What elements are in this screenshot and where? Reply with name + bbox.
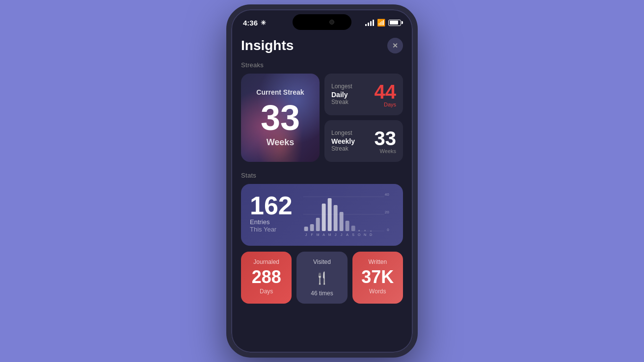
current-streak-number: 33 xyxy=(261,100,300,135)
svg-text:A: A xyxy=(346,233,349,236)
longest-daily-sub: Streak xyxy=(331,99,352,105)
svg-text:0: 0 xyxy=(387,228,389,232)
svg-rect-9 xyxy=(322,204,325,231)
signal-bars-icon xyxy=(365,19,374,26)
svg-point-17 xyxy=(370,231,372,232)
longest-daily-number: 44 xyxy=(375,82,397,102)
longest-daily-number-wrap: 44 Days xyxy=(375,82,397,107)
svg-text:40: 40 xyxy=(384,193,389,197)
svg-rect-14 xyxy=(351,226,355,231)
entries-number: 162 xyxy=(250,193,293,218)
entries-left: 162 Entries This Year xyxy=(250,193,293,233)
stats-section-label: Stats xyxy=(241,172,403,179)
content-area[interactable]: Insights ✕ Streaks Current Streak 33 Wee… xyxy=(231,34,413,353)
wifi-icon: 📶 xyxy=(377,19,385,26)
time-display: 4:36 xyxy=(243,19,258,27)
longest-daily-bold: Daily xyxy=(331,91,352,99)
signal-bar-4 xyxy=(373,20,374,26)
longest-weekly-card: Longest Weekly Streak 33 Weeks xyxy=(324,120,403,162)
journaled-label: Journaled xyxy=(253,259,279,265)
svg-text:F: F xyxy=(311,233,313,236)
svg-rect-11 xyxy=(333,205,337,231)
svg-text:J: J xyxy=(341,233,343,236)
svg-rect-8 xyxy=(316,218,320,231)
current-streak-card: Current Streak 33 Weeks xyxy=(241,74,320,162)
longest-weekly-type: Longest xyxy=(331,129,355,136)
entries-chart: 40 20 0 xyxy=(300,193,394,237)
longest-weekly-unit: Weeks xyxy=(380,148,396,154)
battery-fill xyxy=(390,21,399,25)
journaled-unit: Days xyxy=(260,288,273,295)
visited-label: Visited xyxy=(313,259,331,265)
svg-text:J: J xyxy=(335,233,337,236)
svg-text:D: D xyxy=(370,233,372,236)
longest-daily-unit: Days xyxy=(384,102,396,107)
svg-point-15 xyxy=(358,230,360,232)
entries-sublabel: This Year xyxy=(250,226,293,233)
longest-daily-type: Longest xyxy=(331,83,352,90)
fork-icon: 🍴 xyxy=(315,271,329,285)
svg-text:20: 20 xyxy=(384,210,389,214)
signal-bar-3 xyxy=(370,21,372,26)
entries-card: 162 Entries This Year 40 20 0 xyxy=(241,184,403,246)
longest-weekly-number-wrap: 33 Weeks xyxy=(375,129,397,154)
svg-rect-13 xyxy=(345,221,349,231)
asterisk-icon: ✳ xyxy=(261,19,266,26)
current-streak-label: Current Streak xyxy=(256,88,304,96)
written-card: Written 37K Words xyxy=(352,252,403,304)
written-number: 37K xyxy=(361,268,394,286)
visited-unit: 46 times xyxy=(311,290,333,297)
svg-rect-7 xyxy=(310,224,314,231)
streaks-grid: Current Streak 33 Weeks Longest Daily St… xyxy=(241,74,403,162)
longest-weekly-number: 33 xyxy=(375,129,397,148)
journaled-card: Journaled 288 Days xyxy=(241,252,292,304)
streaks-section-label: Streaks xyxy=(241,61,403,69)
longest-daily-info: Longest Daily Streak xyxy=(331,83,352,106)
svg-text:M: M xyxy=(316,233,319,236)
status-time: 4:36 ✳ xyxy=(243,19,266,27)
bottom-cards: Journaled 288 Days Visited 🍴 46 times Wr… xyxy=(241,252,403,304)
status-icons: 📶 xyxy=(365,19,401,26)
svg-text:S: S xyxy=(352,233,354,236)
visited-card: Visited 🍴 46 times xyxy=(296,252,347,304)
stats-section: Stats 162 Entries This Year 40 20 0 xyxy=(241,172,403,246)
longest-weekly-info: Longest Weekly Streak xyxy=(331,129,355,153)
longest-daily-card: Longest Daily Streak 44 Days xyxy=(324,74,403,115)
svg-rect-12 xyxy=(339,212,343,231)
svg-text:A: A xyxy=(322,233,325,236)
svg-text:J: J xyxy=(305,233,307,236)
svg-text:O: O xyxy=(358,233,361,236)
close-button[interactable]: ✕ xyxy=(387,38,403,53)
battery-icon xyxy=(388,20,401,26)
camera-dot xyxy=(329,20,334,25)
svg-text:M: M xyxy=(328,233,331,236)
dynamic-island xyxy=(293,14,351,30)
svg-rect-10 xyxy=(327,198,331,231)
signal-bar-2 xyxy=(368,23,369,26)
signal-bar-1 xyxy=(365,24,367,26)
svg-rect-6 xyxy=(304,227,308,231)
current-streak-unit: Weeks xyxy=(267,137,295,148)
longest-weekly-sub: Streak xyxy=(331,145,355,152)
longest-weekly-bold: Weekly xyxy=(331,137,355,145)
journaled-number: 288 xyxy=(252,268,281,286)
written-label: Written xyxy=(368,259,387,265)
svg-text:N: N xyxy=(364,233,366,236)
written-unit: Words xyxy=(369,288,386,295)
page-title: Insights xyxy=(241,38,294,53)
chart-area: 40 20 0 xyxy=(300,193,394,237)
insights-header: Insights ✕ xyxy=(241,34,403,53)
svg-point-16 xyxy=(364,230,366,232)
phone-frame: 4:36 ✳ 📶 Insights ✕ Streaks xyxy=(226,4,418,358)
